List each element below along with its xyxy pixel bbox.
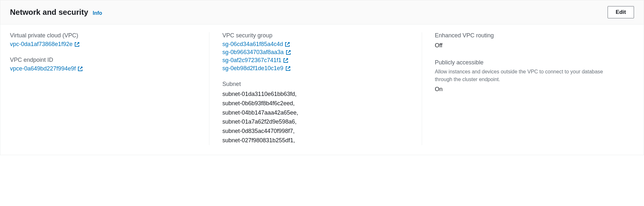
vpc-link-text: vpc-0da1af73868e1f92e [10, 41, 72, 48]
external-link-icon [286, 50, 291, 55]
subnet-label: Subnet [222, 81, 409, 88]
subnet-list: subnet-01da3110e61bb63fd,subnet-0b6b93f8… [222, 89, 409, 145]
external-link-icon [78, 66, 83, 71]
enhanced-routing-label: Enhanced VPC routing [435, 32, 621, 39]
security-group-link-text: sg-0eb98d2f1de10c1e9 [222, 65, 283, 72]
panel-title: Network and security [10, 8, 88, 17]
security-group-link[interactable]: sg-06cd34a61f85a4c4d [222, 41, 409, 48]
security-group-link[interactable]: sg-0af2c972367c741f1 [222, 57, 409, 64]
external-link-icon [285, 66, 291, 71]
security-group-link-text: sg-0af2c972367c741f1 [222, 57, 281, 64]
vpc-label: Virtual private cloud (VPC) [10, 32, 196, 39]
field-security-group: VPC security group sg-06cd34a61f85a4c4ds… [222, 32, 409, 72]
column-security-group: VPC security group sg-06cd34a61f85a4c4ds… [209, 32, 421, 145]
external-link-icon [74, 42, 80, 47]
subnet-item: subnet-0b6b93f8b4f6c2eed, [222, 99, 409, 108]
vpc-link[interactable]: vpc-0da1af73868e1f92e [10, 41, 80, 48]
field-vpc-endpoint: VPC endpoint ID vpce-0a649bd227f994e9f [10, 57, 196, 72]
edit-button[interactable]: Edit [608, 6, 634, 18]
security-group-list: sg-06cd34a61f85a4c4dsg-0b96634703af8aa3a… [222, 41, 409, 72]
subnet-item: subnet-04bb147aaa42a65ee, [222, 108, 409, 117]
external-link-icon [283, 58, 288, 63]
vpc-endpoint-link-text: vpce-0a649bd227f994e9f [10, 65, 76, 72]
security-group-link-text: sg-06cd34a61f85a4c4d [222, 41, 283, 48]
publicly-accessible-label: Publicly accessible [435, 59, 621, 66]
security-group-link-text: sg-0b96634703af8aa3a [222, 49, 284, 56]
subnet-item: subnet-0d835ac4470f998f7, [222, 126, 409, 136]
publicly-accessible-desc: Allow instances and devices outside the … [435, 68, 621, 83]
subnet-item: subnet-01a7a62f2d9e598a6, [222, 117, 409, 126]
field-vpc: Virtual private cloud (VPC) vpc-0da1af73… [10, 32, 196, 48]
network-security-panel: Network and security Info Edit Virtual p… [0, 0, 644, 155]
external-link-icon [285, 42, 290, 47]
info-link[interactable]: Info [93, 10, 102, 16]
subnet-item: subnet-027f980831b255df1, [222, 136, 409, 145]
publicly-accessible-value: On [435, 85, 621, 94]
vpc-endpoint-link[interactable]: vpce-0a649bd227f994e9f [10, 65, 83, 72]
panel-header-left: Network and security Info [10, 8, 102, 17]
field-enhanced-routing: Enhanced VPC routing Off [435, 32, 621, 50]
field-publicly-accessible: Publicly accessible Allow instances and … [435, 59, 621, 94]
enhanced-routing-value: Off [435, 41, 621, 50]
security-group-label: VPC security group [222, 32, 409, 39]
vpc-endpoint-label: VPC endpoint ID [10, 57, 196, 63]
column-routing: Enhanced VPC routing Off Publicly access… [422, 32, 634, 145]
subnet-item: subnet-01da3110e61bb63fd, [222, 89, 409, 99]
panel-body: Virtual private cloud (VPC) vpc-0da1af73… [0, 24, 644, 155]
security-group-link[interactable]: sg-0eb98d2f1de10c1e9 [222, 65, 409, 72]
security-group-link[interactable]: sg-0b96634703af8aa3a [222, 49, 409, 56]
panel-header: Network and security Info Edit [0, 0, 644, 24]
column-vpc: Virtual private cloud (VPC) vpc-0da1af73… [10, 32, 209, 145]
field-subnet: Subnet subnet-01da3110e61bb63fd,subnet-0… [222, 81, 409, 145]
